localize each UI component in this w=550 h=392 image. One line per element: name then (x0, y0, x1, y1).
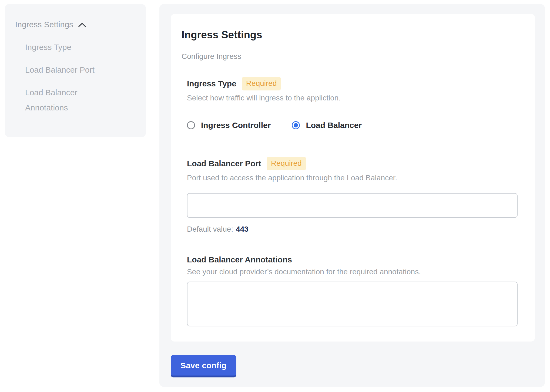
default-value-number: 443 (236, 225, 249, 233)
default-value-row: Default value:443 (187, 225, 518, 234)
load-balancer-port-input[interactable] (187, 193, 518, 218)
radio-option-ingress-controller[interactable]: Ingress Controller (187, 121, 271, 130)
radio-label-ingress-controller: Ingress Controller (201, 121, 271, 130)
sidebar-group-ingress-settings[interactable]: Ingress Settings (15, 17, 138, 32)
load-balancer-port-title: Load Balancer Port (187, 159, 261, 168)
load-balancer-port-description: Port used to access the application thro… (187, 174, 518, 182)
default-value-label: Default value: (187, 225, 233, 233)
ingress-type-title: Ingress Type (187, 79, 236, 88)
sidebar-item-ingress-type[interactable]: Ingress Type (25, 40, 110, 55)
load-balancer-annotations-title: Load Balancer Annotations (187, 255, 292, 264)
radio-load-balancer-selected[interactable] (292, 121, 300, 129)
save-config-button[interactable]: Save config (171, 355, 236, 377)
sidebar-group-label: Ingress Settings (15, 17, 73, 32)
ingress-settings-panel: Ingress Settings Configure Ingress Ingre… (159, 4, 545, 387)
section-load-balancer-annotations: Load Balancer Annotations See your cloud… (187, 255, 518, 326)
sidebar-item-load-balancer-annotations[interactable]: Load Balancer Annotations (25, 85, 110, 115)
ingress-type-radio-group: Ingress Controller Load Balancer (187, 121, 518, 130)
settings-sidebar: Ingress Settings Ingress Type Load Balan… (5, 4, 146, 137)
required-badge: Required (267, 157, 306, 170)
sidebar-item-load-balancer-port[interactable]: Load Balancer Port (25, 62, 110, 77)
section-ingress-type: Ingress Type Required Select how traffic… (187, 77, 518, 130)
section-load-balancer-port: Load Balancer Port Required Port used to… (187, 157, 518, 234)
load-balancer-annotations-textarea[interactable] (187, 282, 518, 326)
radio-option-load-balancer[interactable]: Load Balancer (292, 121, 362, 130)
page-subtitle: Configure Ingress (182, 52, 518, 61)
ingress-type-description: Select how traffic will ingress to the a… (187, 94, 518, 102)
chevron-up-icon (78, 17, 86, 32)
radio-label-load-balancer: Load Balancer (306, 121, 362, 130)
radio-ingress-controller-unselected[interactable] (187, 121, 195, 129)
page-title: Ingress Settings (182, 29, 518, 41)
load-balancer-annotations-description: See your cloud provider’s documentation … (187, 268, 518, 276)
ingress-settings-card: Ingress Settings Configure Ingress Ingre… (171, 14, 535, 342)
required-badge: Required (242, 77, 281, 90)
